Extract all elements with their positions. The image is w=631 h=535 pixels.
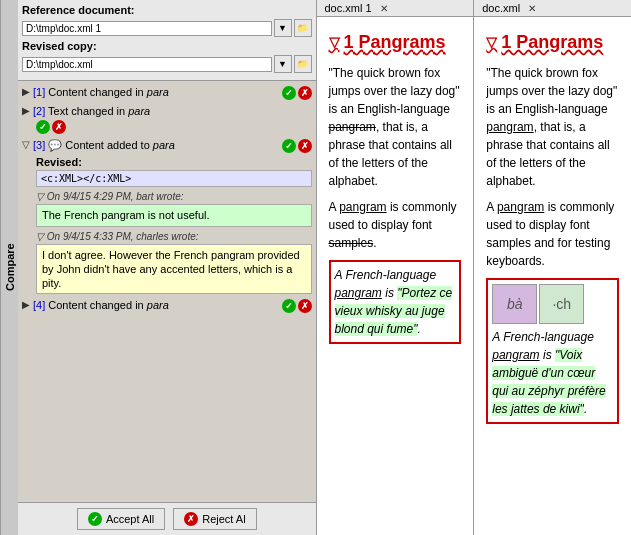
doc-panel-1: doc.xml 1 ✕ ▽ 1 Pangrams "The quick brow…	[316, 0, 474, 535]
bottom-bar: ✓ Accept All ✗ Reject Al	[18, 502, 316, 535]
reference-path-input[interactable]	[22, 21, 272, 36]
comment-2-header: ▽ On 9/4/15 4:33 PM, charles wrote:	[36, 231, 312, 242]
change-4-header[interactable]: ▶ [4] Content changed in para ✓ ✗	[22, 298, 312, 313]
change-1-reject[interactable]: ✗	[298, 86, 312, 100]
change-2-header[interactable]: ▶ [2] Text changed in para	[22, 104, 312, 118]
change-item-4: ▶ [4] Content changed in para ✓ ✗	[22, 298, 312, 313]
change-2-accept[interactable]: ✓	[36, 120, 50, 134]
change-4-accept[interactable]: ✓	[282, 299, 296, 313]
comment-thread-2: ▽ On 9/4/15 4:33 PM, charles wrote: I do…	[36, 231, 312, 295]
doc2-para2: A pangram is commonly used to display fo…	[486, 198, 619, 270]
change-3-num: [3]	[33, 139, 45, 151]
change-2-reject[interactable]: ✗	[52, 120, 66, 134]
doc2-img-ch: ·ch	[539, 284, 584, 324]
doc2-tab-label: doc.xml	[482, 2, 520, 14]
doc2-french-pangram: pangram	[492, 348, 539, 362]
reference-label: Reference document:	[22, 4, 134, 16]
doc2-french-text: A French-language pangram is "Voix ambig…	[492, 330, 605, 416]
main-container: Compare Reference document: ▼ 📁 Revised …	[0, 0, 631, 535]
change-4-icons: ✓ ✗	[282, 299, 312, 313]
change-item-1: ▶ [1] Content changed in para ✓ ✗	[22, 85, 312, 100]
revised-label: Revised copy:	[22, 40, 97, 52]
doc2-pangram2: pangram	[497, 200, 544, 214]
change-1-icons: ✓ ✗	[282, 86, 312, 100]
change-3-reject[interactable]: ✗	[298, 139, 312, 153]
doc-panel-2: doc.xml ✕ ▽ 1 Pangrams "The quick brown …	[473, 0, 631, 535]
reject-all-icon: ✗	[184, 512, 198, 526]
reference-browse-button[interactable]: ▼	[274, 19, 292, 37]
doc1-para2: A pangram is commonly used to display fo…	[329, 198, 462, 252]
doc1-samples-strike: samples	[329, 236, 374, 250]
doc1-content: ▽ 1 Pangrams "The quick brown fox jumps …	[317, 17, 474, 535]
change-2-num: [2]	[33, 105, 45, 117]
doc1-close[interactable]: ✕	[380, 3, 388, 14]
comment-thread-1: ▽ On 9/4/15 4:29 PM, bart wrote: The Fre…	[36, 191, 312, 226]
change-2-arrow: ▶	[22, 105, 30, 116]
comment-1-body: The French pangram is not useful.	[36, 204, 312, 226]
doc2-changed-box: bà ·ch A French-language pangram is "Voi…	[486, 278, 619, 424]
revised-path-input[interactable]	[22, 57, 272, 72]
doc2-title-text: 1 Pangrams	[501, 29, 603, 56]
doc1-para1: "The quick brown fox jumps over the lazy…	[329, 64, 462, 190]
doc1-french-pangram: pangram	[335, 286, 382, 300]
accept-all-icon: ✓	[88, 512, 102, 526]
doc1-pangram2: pangram	[339, 200, 386, 214]
change-2-para: para	[128, 105, 150, 117]
doc-panels: doc.xml 1 ✕ ▽ 1 Pangrams "The quick brow…	[316, 0, 632, 535]
change-item-3: ▽ [3] 💬 Content added to para ✓ ✗ Revise…	[22, 138, 312, 294]
change-3-header[interactable]: ▽ [3] 💬 Content added to para ✓ ✗	[22, 138, 312, 153]
change-1-accept[interactable]: ✓	[282, 86, 296, 100]
reject-all-label: Reject Al	[202, 513, 245, 525]
doc1-title: ▽ 1 Pangrams	[329, 29, 462, 56]
change-3-expanded: Revised: <c:XML></c:XML> ▽ On 9/4/15 4:2…	[22, 156, 312, 294]
change-4-arrow: ▶	[22, 299, 30, 310]
revised-browse-button[interactable]: ▼	[274, 55, 292, 73]
change-item-2: ▶ [2] Text changed in para ✓ ✗	[22, 104, 312, 134]
doc1-title-text: 1 Pangrams	[344, 29, 446, 56]
doc1-changed-box: A French-language pangram is "Portez ce …	[329, 260, 462, 344]
change-3-arrow: ▽	[22, 139, 30, 150]
comment-2-body: I don't agree. However the French pangra…	[36, 244, 312, 295]
change-4-reject[interactable]: ✗	[298, 299, 312, 313]
change-1-text: [1] Content changed in para	[33, 85, 280, 99]
doc2-tab[interactable]: doc.xml ✕	[474, 0, 631, 17]
change-1-num: [1]	[33, 86, 45, 98]
changes-list: ▶ [1] Content changed in para ✓ ✗ ▶	[18, 81, 316, 502]
doc2-images: bà ·ch	[492, 284, 613, 324]
doc2-title: ▽ 1 Pangrams	[486, 29, 619, 56]
doc2-content: ▽ 1 Pangrams "The quick brown fox jumps …	[474, 17, 631, 535]
accept-all-label: Accept All	[106, 513, 154, 525]
change-3-text: [3] 💬 Content added to para	[33, 138, 280, 152]
change-4-para: para	[147, 299, 169, 311]
doc1-title-arrow: ▽	[329, 32, 340, 53]
change-3-accept[interactable]: ✓	[282, 139, 296, 153]
doc2-pangram-underline: pangram	[486, 120, 533, 134]
doc1-tab-label: doc.xml 1	[325, 2, 372, 14]
change-2-text: [2] Text changed in para	[33, 104, 312, 118]
change-1-arrow: ▶	[22, 86, 30, 97]
doc2-close[interactable]: ✕	[528, 3, 536, 14]
accept-all-button[interactable]: ✓ Accept All	[77, 508, 165, 530]
compare-label: Compare	[0, 0, 18, 535]
sidebar: Compare Reference document: ▼ 📁 Revised …	[0, 0, 316, 535]
change-1-para: para	[147, 86, 169, 98]
revised-folder-button[interactable]: 📁	[294, 55, 312, 73]
reject-all-button[interactable]: ✗ Reject Al	[173, 508, 256, 530]
revised-code-3: <c:XML></c:XML>	[36, 170, 312, 187]
change-1-header[interactable]: ▶ [1] Content changed in para ✓ ✗	[22, 85, 312, 100]
change-3-icons: ✓ ✗	[282, 139, 312, 153]
comment-1-header: ▽ On 9/4/15 4:29 PM, bart wrote:	[36, 191, 312, 202]
doc2-img-ba: bà	[492, 284, 537, 324]
doc1-pangram-strike: pangram	[329, 120, 376, 134]
sidebar-header: Reference document: ▼ 📁 Revised copy: ▼ …	[18, 0, 316, 81]
doc2-title-arrow: ▽	[486, 32, 497, 53]
change-4-num: [4]	[33, 299, 45, 311]
revised-label-3: Revised:	[36, 156, 312, 168]
doc2-para1: "The quick brown fox jumps over the lazy…	[486, 64, 619, 190]
doc1-tab[interactable]: doc.xml 1 ✕	[317, 0, 474, 17]
change-3-para: para	[153, 139, 175, 151]
reference-folder-button[interactable]: 📁	[294, 19, 312, 37]
change-4-text: [4] Content changed in para	[33, 298, 280, 312]
